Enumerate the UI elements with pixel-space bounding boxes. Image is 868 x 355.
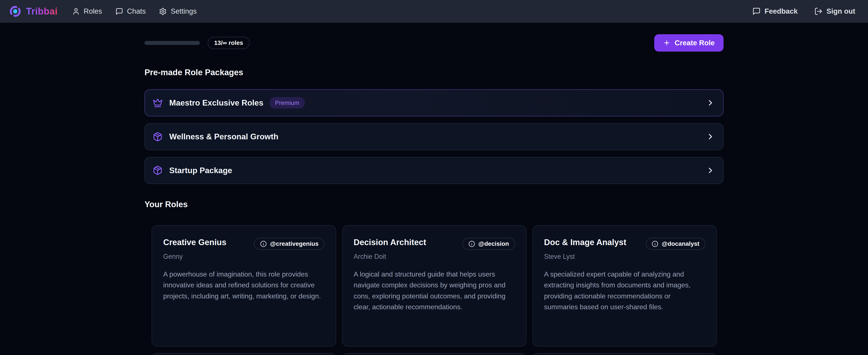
nav-item-settings[interactable]: Settings [159, 7, 197, 16]
role-handle: @docanalyst [661, 240, 699, 247]
package-title: Wellness & Personal Growth [169, 132, 279, 141]
chevron-right-icon [706, 166, 715, 175]
main-nav: Roles Chats Settings [72, 7, 197, 16]
role-description: A powerhouse of imagination, this role p… [163, 269, 324, 301]
crown-icon [153, 98, 163, 108]
feedback-button[interactable]: Feedback [752, 7, 798, 16]
create-role-label: Create Role [675, 39, 715, 47]
tribbai-logo-icon [9, 5, 22, 18]
your-roles-title: Your Roles [145, 200, 723, 209]
nav-item-roles[interactable]: Roles [72, 7, 102, 16]
role-name: Decision Architect [354, 237, 426, 247]
sign-out-button[interactable]: Sign out [814, 7, 855, 16]
package-icon [153, 166, 163, 175]
role-cards-grid: Creative Genius @creativegenius Genny A … [145, 225, 723, 347]
nav-item-chats[interactable]: Chats [116, 7, 146, 16]
package-icon [153, 132, 163, 142]
package-row-wellness[interactable]: Wellness & Personal Growth [145, 123, 723, 150]
roles-count-badge: 13/∞ roles [208, 37, 250, 49]
create-role-button[interactable]: Create Role [654, 34, 723, 51]
brand-name: Tribbai [26, 6, 58, 17]
package-row-maestro[interactable]: Maestro Exclusive Roles Premium [145, 89, 723, 116]
premade-packages-title: Pre-made Role Packages [145, 68, 723, 77]
role-persona: Genny [163, 253, 324, 260]
role-card-creative-genius[interactable]: Creative Genius @creativegenius Genny A … [152, 225, 336, 347]
role-card-doc-image-analyst[interactable]: Doc & Image Analyst @docanalyst Steve Ly… [532, 225, 717, 347]
nav-label: Sign out [827, 7, 855, 16]
premium-badge: Premium [270, 97, 305, 108]
role-handle-badge[interactable]: @creativegenius [254, 238, 324, 250]
main-content: 13/∞ roles Create Role Pre-made Role Pac… [145, 23, 723, 355]
usage-row: 13/∞ roles Create Role [145, 34, 723, 51]
role-handle: @creativegenius [270, 240, 318, 247]
sign-out-icon [814, 7, 823, 16]
top-navbar: Tribbai Roles Chats [0, 0, 868, 23]
user-icon [72, 7, 80, 16]
role-description: A logical and structured guide that help… [354, 269, 515, 313]
roles-page: Tribbai Roles Chats [0, 0, 868, 355]
chat-icon [752, 7, 761, 16]
role-card-decision-architect[interactable]: Decision Architect @decision Archie Doit… [342, 225, 526, 347]
role-handle-badge[interactable]: @decision [462, 238, 515, 250]
chevron-right-icon [706, 98, 715, 107]
info-icon [652, 241, 658, 247]
package-title: Startup Package [169, 166, 232, 175]
role-handle: @decision [478, 240, 509, 247]
brand-logo[interactable]: Tribbai [9, 5, 58, 18]
info-icon [260, 241, 267, 247]
nav-label: Feedback [765, 7, 798, 16]
package-list: Maestro Exclusive Roles Premium Wellness… [145, 89, 723, 184]
navbar-right: Feedback Sign out [752, 7, 855, 16]
gear-icon [159, 7, 167, 16]
roles-progress-bar [145, 41, 200, 45]
role-card-partial[interactable] [532, 353, 717, 355]
nav-label: Chats [127, 7, 146, 16]
role-persona: Steve Lyst [544, 253, 705, 260]
chevron-right-icon [706, 132, 715, 141]
role-persona: Archie Doit [354, 253, 515, 260]
role-description: A specialized expert capable of analyzin… [544, 269, 705, 313]
package-row-startup[interactable]: Startup Package [145, 157, 723, 184]
role-card-partial[interactable] [152, 353, 336, 355]
role-card-partial[interactable] [342, 353, 526, 355]
nav-label: Roles [84, 7, 102, 16]
role-name: Doc & Image Analyst [544, 237, 626, 247]
info-icon [468, 241, 475, 247]
role-name: Creative Genius [163, 237, 226, 247]
chat-icon [116, 7, 123, 16]
nav-label: Settings [170, 7, 197, 16]
package-title: Maestro Exclusive Roles [169, 98, 264, 108]
role-cards-grid-partial [145, 353, 723, 355]
role-handle-badge[interactable]: @docanalyst [646, 238, 705, 250]
plus-icon [663, 39, 670, 47]
